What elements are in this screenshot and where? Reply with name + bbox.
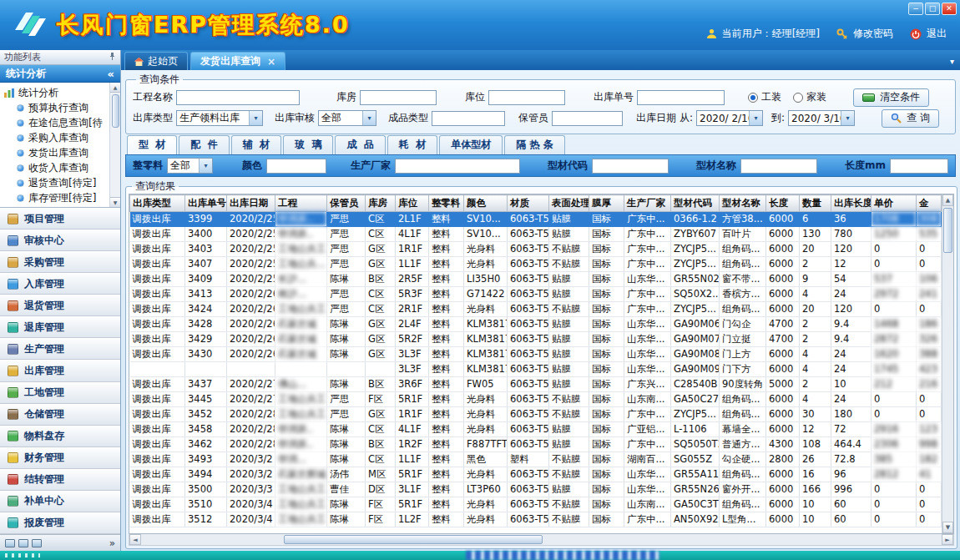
tree-item-purchase-inbound-query[interactable]: 采购入库查询 [4,130,108,145]
column-header[interactable]: 型材名称 [720,195,766,212]
column-header[interactable]: 库位 [396,195,429,212]
sidebar-module-return-goods-management[interactable]: 退货管理 [0,295,120,316]
collapse-chevrons-icon[interactable]: « [108,68,114,80]
table-row[interactable]: 调拨出库34582020/2/28华润原..陈琳C区4L1F整料光身料6063-… [130,422,942,437]
sidebar-module-purchase-management[interactable]: 采购管理 [0,251,120,273]
material-tab-finished-product[interactable]: 成 品 [335,135,385,154]
sidebar-module-production-management[interactable]: 生产管理 [0,338,120,360]
close-button[interactable]: ✕ [942,3,957,15]
color-input[interactable] [266,159,326,174]
pin-icon[interactable] [109,52,116,63]
manufacturer-input[interactable] [395,159,520,174]
product-type-input[interactable] [432,111,505,126]
table-row[interactable]: 3L3F整料KLM38176063-T5贴膜国标山东华...GA90M09...… [130,362,942,377]
keeper-input[interactable] [552,111,623,126]
column-header[interactable]: 膜厚 [589,195,624,212]
table-row[interactable]: 调拨出库34282020/2/26石家庄城陈琳G区2L4F整料KLM381760… [130,317,942,332]
clear-conditions-button[interactable]: 清空条件 [853,88,929,107]
table-row[interactable]: 调拨出库34622020/2/28华润原..陈琳B区1R2F整料F887TFT6… [130,437,942,452]
chart-mini-icon[interactable] [32,539,42,547]
sidebar-module-project-management[interactable]: 项目管理 [0,208,120,230]
material-tab-glass[interactable]: 玻 璃 [283,135,333,154]
column-header[interactable]: 单价 [872,195,917,212]
column-header[interactable]: 生产厂家 [624,195,671,212]
column-header[interactable]: 出库单号 [185,195,227,212]
column-header[interactable]: 出库类型 [130,195,185,212]
industrial-radio[interactable] [748,93,758,103]
table-row[interactable]: 调拨出库34932020/3/2华润...陈琳C区1L1F整料黑色塑料不贴膜国标… [130,452,942,467]
table-row[interactable]: 调拨出库35002020/3/3工地公共工程曹佳D区3L1F整料LT3P6060… [130,482,942,497]
tab-close-icon[interactable]: × [267,56,275,68]
column-header[interactable]: 出库长度 [831,195,872,212]
sidebar-module-supplement-center[interactable]: 补单中心 [0,491,120,512]
sidebar-module-audit-center[interactable]: 审核中心 [0,230,120,251]
material-tab-auxiliary-material[interactable]: 辅 材 [231,135,281,154]
home-radio[interactable] [793,93,803,103]
table-row[interactable]: 调拨出库34452020/2/27工地公共工程严思F区5R1F整料光身料6063… [130,392,942,407]
tree-item-budget-execution-query[interactable]: 预算执行查询 [4,100,108,115]
scroll-left-icon[interactable]: ◄ [129,534,141,545]
tree-scrollbar[interactable]: ▲ ▼ [109,83,120,207]
chevron-down-icon[interactable]: ▾ [199,159,212,173]
column-header[interactable]: 金 [917,195,942,212]
sidebar-module-carryover-management[interactable]: 结转管理 [0,469,120,491]
column-header[interactable]: 出库日期 [227,195,275,212]
chevron-down-icon[interactable]: ▾ [749,111,762,125]
table-row[interactable]: 调拨出库34092020/2/25长沙...陈琳B区2R5F整料LI35H060… [130,272,942,287]
table-row[interactable]: 调拨出库33992020/2/25华润原..严思C区2L1F整料SV10...6… [130,212,942,227]
sidebar-module-warehouse-management[interactable]: 仓储管理 [0,404,120,426]
column-header[interactable]: 材质 [508,195,549,212]
table-row[interactable]: 调拨出库34372020/2/27佛山...陈琳B区3R6F整料FW056063… [130,377,942,392]
sidebar-module-return-stock-management[interactable]: 退库管理 [0,316,120,338]
order-no-input[interactable] [637,90,725,105]
scroll-right-icon[interactable]: ► [942,534,953,545]
monitor-icon[interactable] [5,539,15,547]
table-row[interactable]: 调拨出库34072020/2/25工地公共...严思G区1L1F整料光身料606… [130,257,942,272]
project-name-input[interactable] [176,90,300,105]
table-row[interactable]: 调拨出库34002020/2/25华润原..严思C区4L1F整料SV10...6… [130,227,942,242]
scroll-up-icon[interactable]: ▲ [110,83,120,93]
date-to-picker[interactable]: 2020/ 3/16 ▾ [788,110,855,126]
outbound-type-select[interactable]: 生产领料出库 ▾ [176,110,263,126]
query-button[interactable]: 查 询 [882,109,939,128]
tab-list-chevron-icon[interactable]: ▾ [950,57,954,66]
horizontal-scroll-thumb[interactable] [284,535,543,544]
tree-item-stock-management-query[interactable]: 库存管理[待定] [4,190,108,205]
table-row[interactable]: 调拨出库34292020/2/26石家庄城陈琳G区5R2F整料KLM381760… [130,332,942,347]
scroll-down-icon[interactable]: ▼ [942,522,953,533]
maximize-button[interactable]: □ [925,3,940,15]
table-row[interactable]: 调拨出库34522020/2/28工地公共工程严思G区1R1F整料光身料6063… [130,407,942,422]
change-password-link[interactable]: 修改密码 [853,27,893,41]
column-header[interactable]: 工程 [275,195,327,212]
material-tab-profile[interactable]: 型 材 [127,135,177,154]
sidebar-module-site-management[interactable]: 工地管理 [0,382,120,404]
chevron-down-icon[interactable]: ▾ [841,111,854,125]
table-row[interactable]: 调拨出库34242020/2/26工地公共工程严思C区2R1F整料光身料6063… [130,302,942,317]
table-row[interactable]: 调拨出库34132020/2/26南沙...严思C区5R3F整料G7142260… [130,287,942,302]
tree-root-statistics[interactable]: 统计分析 [4,85,108,100]
sidebar-module-outbound-management[interactable]: 出库管理 [0,360,120,381]
column-header[interactable]: 表面处理 [549,195,589,212]
sidebar-module-material-inventory[interactable]: 物料盘存 [0,426,120,447]
logout-link[interactable]: 退出 [927,27,947,41]
whole-part-select[interactable]: 全部 ▾ [167,158,213,174]
statistics-section-header[interactable]: 统计分析 « [0,65,120,83]
length-input[interactable] [890,159,948,174]
chevrons-right-icon[interactable]: » [109,537,115,549]
tab-start-page[interactable]: 起始页 [124,52,188,70]
tree-item-shipping-outbound-query[interactable]: 发货出库查询 [4,145,108,160]
column-header[interactable]: 库房 [366,195,396,212]
tree-item-in-transit-info-query[interactable]: 在途信息查询[待 [4,115,108,130]
date-from-picker[interactable]: 2020/ 2/16 ▾ [696,110,763,126]
scroll-up-icon[interactable]: ▲ [942,194,953,206]
minimize-button[interactable]: − [908,3,923,15]
vertical-scrollbar[interactable]: ▲ ▼ [942,194,953,533]
material-tab-consumables[interactable]: 耗 材 [387,135,437,154]
material-tab-accessories[interactable]: 配 件 [179,135,229,154]
sidebar-module-scrap-management[interactable]: 报废管理 [0,512,120,534]
horizontal-scrollbar[interactable]: ◄ ► [129,534,954,546]
column-header[interactable]: 整零料 [429,195,464,212]
location-input[interactable] [488,90,565,105]
warehouse-input[interactable] [360,90,437,105]
audit-select[interactable]: 全部 ▾ [318,110,376,126]
